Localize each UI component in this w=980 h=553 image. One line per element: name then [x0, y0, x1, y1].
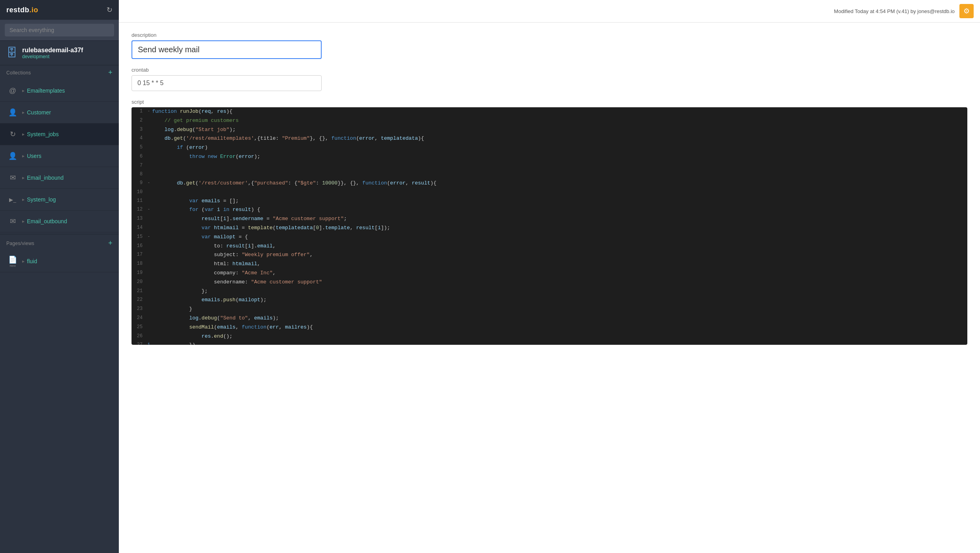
logo-text: restdb.io: [6, 6, 38, 14]
description-group: description: [132, 32, 967, 59]
sidebar-item-fluid[interactable]: 📄 html ▸ fluid: [0, 251, 119, 272]
sidebar-item-label: Email_outbound: [27, 218, 67, 224]
code-line: 24 log.debug("Send to", emails);: [132, 314, 967, 323]
pages-label: Pages/views: [6, 241, 34, 246]
crontab-input[interactable]: [132, 75, 322, 91]
code-line: 5 if (error): [132, 143, 967, 152]
code-line: 6 throw new Error(error);: [132, 152, 967, 162]
code-line: 9 - db.get('/rest/customer',{"purchased"…: [132, 179, 967, 188]
sidebar-item-label: Emailtemplates: [27, 87, 65, 94]
form-content: description crontab script 1 - function …: [119, 23, 980, 553]
code-line: 27 i }): [132, 341, 967, 345]
code-line: 2 // get premium customers: [132, 116, 967, 125]
envelope-icon: ✉: [6, 171, 19, 184]
code-line: 16 to: result[i].email,: [132, 242, 967, 251]
code-line: 14 var htmlmail = template(templatedata[…: [132, 224, 967, 233]
code-line: 23 }: [132, 305, 967, 314]
sidebar-item-system-jobs[interactable]: ↻ ▸ System_jobs: [0, 124, 119, 145]
sidebar-item-label: Email_inbound: [27, 175, 64, 181]
code-line: 20 sendername: "Acme customer support": [132, 278, 967, 287]
collections-label: Collections: [6, 70, 31, 76]
logo-bar: restdb.io ↻: [0, 0, 119, 20]
divider: [0, 234, 119, 234]
code-line: 19 company: "Acme Inc",: [132, 269, 967, 278]
sidebar-item-label: System_log: [27, 196, 56, 203]
envelope-icon: ✉: [6, 215, 19, 228]
html-file-icon: 📄 html: [6, 255, 19, 268]
sidebar-item-label: fluid: [27, 258, 37, 264]
settings-button[interactable]: ⚙: [959, 4, 974, 18]
script-group: script 1 - function runJob(req, res){ 2 …: [132, 99, 967, 345]
code-line: 13 result[i].sendername = "Acme customer…: [132, 215, 967, 224]
add-collection-button[interactable]: +: [108, 68, 112, 77]
code-line: 17 subject: "Weekly premium offer",: [132, 251, 967, 260]
code-editor[interactable]: 1 - function runJob(req, res){ 2 // get …: [132, 107, 967, 345]
code-line: 11 var emails = [];: [132, 197, 967, 206]
code-line: 26 res.end();: [132, 332, 967, 341]
script-label: script: [132, 99, 967, 105]
sidebar-item-customer[interactable]: 👤 ▸ Customer: [0, 102, 119, 124]
description-label: description: [132, 32, 967, 38]
sidebar-item-label: Customer: [27, 109, 51, 116]
code-line: 25 sendMail(emails, function(err, mailre…: [132, 323, 967, 332]
nav-arrow: ▸: [22, 219, 25, 224]
sidebar: restdb.io ↻ 🗄 rulebasedemail-a37f develo…: [0, 0, 119, 553]
code-line: 3 log.debug("Start job");: [132, 125, 967, 135]
person-icon: 👤: [6, 150, 19, 162]
code-line: 4 db.get('/rest/emailtemplates',{title: …: [132, 134, 967, 143]
nav-arrow: ▸: [22, 131, 25, 137]
pages-section-header: Pages/views +: [0, 236, 119, 251]
description-input[interactable]: [132, 40, 322, 59]
person-icon: 👤: [6, 106, 19, 119]
code-line: 21 };: [132, 287, 967, 296]
nav-arrow: ▸: [22, 88, 25, 93]
sidebar-item-emailtemplates[interactable]: @ ▸ Emailtemplates: [0, 80, 119, 102]
sidebar-item-email-inbound[interactable]: ✉ ▸ Email_inbound: [0, 167, 119, 189]
main-content: Modified Today at 4:54 PM (v.41) by jone…: [119, 0, 980, 553]
top-bar: Modified Today at 4:54 PM (v.41) by jone…: [119, 0, 980, 23]
db-name: rulebasedemail-a37f: [22, 47, 83, 54]
nav-arrow: ▸: [22, 175, 25, 181]
code-line: 15 - var mailopt = {: [132, 233, 967, 242]
crontab-label: crontab: [132, 67, 967, 73]
code-line: 18 html: htmlmail,: [132, 260, 967, 269]
sidebar-item-label: Users: [27, 153, 42, 159]
terminal-icon: ▶_: [6, 193, 19, 206]
code-line: 12 - for (var i in result) {: [132, 205, 967, 215]
code-line: 22 emails.push(mailopt);: [132, 296, 967, 305]
nav-arrow: ▸: [22, 110, 25, 115]
search-box: [0, 20, 119, 41]
refresh-icon[interactable]: ↻: [107, 6, 112, 14]
code-line: 10: [132, 188, 967, 197]
refresh-icon: ↻: [6, 128, 19, 141]
code-line: 1 - function runJob(req, res){: [132, 107, 967, 116]
nav-arrow: ▸: [22, 197, 25, 202]
add-page-button[interactable]: +: [108, 239, 112, 247]
code-line: 8: [132, 170, 967, 179]
db-icon: 🗄: [6, 46, 17, 59]
modified-text: Modified Today at 4:54 PM (v.41) by jone…: [834, 8, 955, 14]
sidebar-item-system-log[interactable]: ▶_ ▸ System_log: [0, 189, 119, 211]
db-env: development: [22, 54, 83, 59]
crontab-group: crontab: [132, 67, 967, 91]
search-input[interactable]: [5, 24, 114, 36]
nav-arrow: ▸: [22, 258, 25, 264]
code-line: 7: [132, 162, 967, 170]
nav-arrow: ▸: [22, 153, 25, 159]
db-header: 🗄 rulebasedemail-a37f development: [0, 41, 119, 65]
sidebar-item-email-outbound[interactable]: ✉ ▸ Email_outbound: [0, 211, 119, 232]
sidebar-item-users[interactable]: 👤 ▸ Users: [0, 145, 119, 167]
sidebar-item-label: System_jobs: [27, 131, 59, 137]
at-icon: @: [6, 84, 19, 97]
collections-section-header: Collections +: [0, 65, 119, 80]
